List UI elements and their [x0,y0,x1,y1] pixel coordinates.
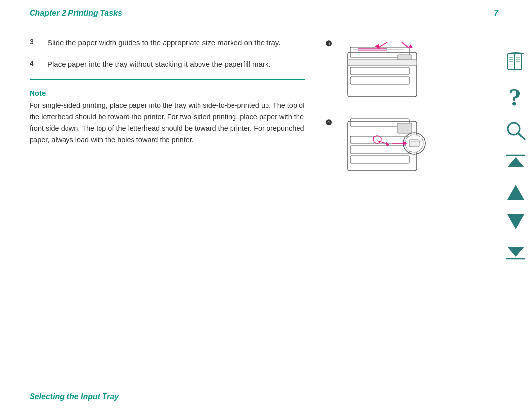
svg-line-40 [518,133,525,139]
svg-rect-30 [515,54,522,69]
footer-section-title: Selecting the Input Tray [30,392,119,401]
svg-rect-17 [350,146,409,153]
svg-rect-22 [409,140,419,147]
step-4: 4 Place paper into the tray without stac… [30,59,305,70]
main-content: 3 Slide the paper width guides to the ap… [0,23,532,200]
svg-rect-18 [350,156,409,163]
printer-svg-4 [338,116,436,190]
svg-point-28 [373,136,381,143]
prev-page-button[interactable] [503,182,528,202]
step-4-number: 4 [30,59,39,67]
last-page-button[interactable] [503,241,528,261]
chapter-title: Chapter 2 Printing Tasks [30,9,122,18]
svg-rect-7 [348,60,417,66]
book-icon[interactable] [503,49,528,74]
image-column: ❸ [325,37,443,190]
top-divider [30,79,305,80]
svg-rect-19 [397,123,412,133]
step-4-illustration: ❹ [325,116,443,190]
search-icon[interactable] [503,118,528,143]
note-label: Note [30,89,305,97]
step-3-illustration: ❸ [325,37,443,106]
first-page-button[interactable] [503,153,528,172]
svg-marker-43 [507,185,524,200]
bottom-divider [30,155,305,155]
svg-marker-45 [507,247,524,257]
text-column: 3 Slide the paper width guides to the ap… [30,37,305,190]
step-3-number: 3 [30,37,39,46]
svg-rect-13 [358,50,387,51]
note-section: Note For single-sided printing, place pa… [30,89,305,146]
printer-svg-3 [338,37,436,106]
page-header: Chapter 2 Printing Tasks 77 [0,0,532,23]
svg-rect-5 [350,67,409,74]
note-text: For single-sided printing, place paper i… [30,100,305,146]
svg-marker-42 [507,157,524,167]
svg-text:?: ? [509,84,521,108]
help-icon[interactable]: ? [503,84,528,108]
illus-badge-4: ❹ [325,118,334,127]
sidebar-navigation: ? [499,0,532,411]
step-4-text: Place paper into the tray without stacki… [47,59,271,70]
svg-rect-12 [358,48,387,49]
step-3: 3 Slide the paper width guides to the ap… [30,37,305,49]
svg-marker-44 [507,214,524,229]
svg-rect-4 [350,77,409,84]
next-page-button[interactable] [503,212,528,232]
illus-badge-3: ❸ [325,39,334,48]
step-3-text: Slide the paper width guides to the appr… [47,37,280,49]
svg-rect-29 [508,54,515,69]
